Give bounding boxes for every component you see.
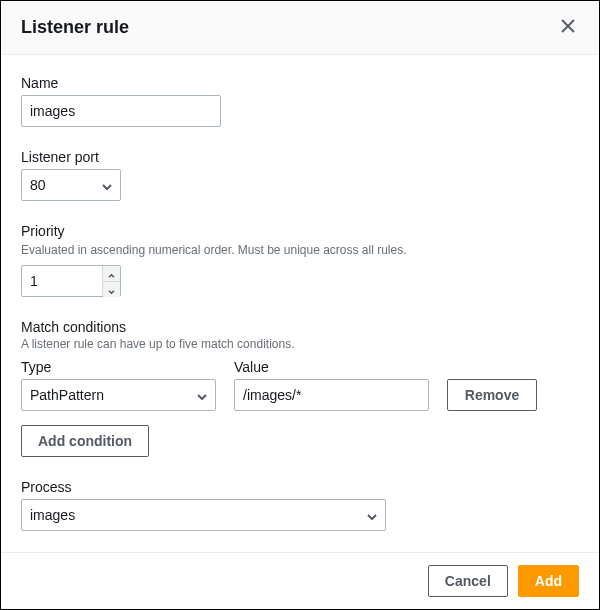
priority-spin	[102, 266, 120, 296]
listener-port-label: Listener port	[21, 149, 579, 165]
priority-step-down[interactable]	[103, 282, 120, 297]
condition-type-value: PathPattern	[30, 387, 104, 403]
chevron-down-icon	[367, 507, 377, 523]
condition-row: Type PathPattern Value Remove	[21, 359, 579, 411]
condition-value-label: Value	[234, 359, 429, 375]
dialog-title: Listener rule	[21, 17, 129, 38]
name-input[interactable]	[21, 95, 221, 127]
close-icon	[561, 19, 575, 36]
listener-port-field: Listener port 80	[21, 149, 579, 201]
process-label: Process	[21, 479, 579, 495]
match-conditions-section: Match conditions A listener rule can hav…	[21, 319, 579, 457]
match-conditions-help: A listener rule can have up to five matc…	[21, 337, 579, 351]
priority-step-up[interactable]	[103, 266, 120, 282]
priority-field: Priority Evaluated in ascending numerica…	[21, 223, 579, 297]
condition-type-label: Type	[21, 359, 216, 375]
chevron-down-icon	[197, 387, 207, 403]
condition-type-col: Type PathPattern	[21, 359, 216, 411]
dialog-content: Name Listener port 80 Priority Evaluated…	[1, 55, 599, 552]
listener-port-value: 80	[30, 177, 46, 193]
listener-port-select[interactable]: 80	[21, 169, 121, 201]
match-conditions-title: Match conditions	[21, 319, 579, 335]
remove-condition-button[interactable]: Remove	[447, 379, 537, 411]
chevron-down-icon	[108, 282, 115, 297]
add-condition-button[interactable]: Add condition	[21, 425, 149, 457]
process-field: Process images	[21, 479, 579, 531]
process-value: images	[30, 507, 75, 523]
condition-value-col: Value	[234, 359, 429, 411]
dialog-header: Listener rule	[1, 1, 599, 55]
condition-remove-col: Remove	[447, 379, 537, 411]
chevron-up-icon	[108, 266, 115, 281]
add-button[interactable]: Add	[518, 565, 579, 597]
process-select[interactable]: images	[21, 499, 386, 531]
dialog-footer: Cancel Add	[1, 552, 599, 609]
priority-help: Evaluated in ascending numerical order. …	[21, 243, 579, 257]
close-button[interactable]	[557, 15, 579, 40]
listener-rule-dialog: Listener rule Name Listener port 80 Prio…	[0, 0, 600, 610]
priority-label: Priority	[21, 223, 579, 239]
priority-stepper	[21, 265, 121, 297]
name-label: Name	[21, 75, 579, 91]
cancel-button[interactable]: Cancel	[428, 565, 508, 597]
name-field: Name	[21, 75, 579, 127]
condition-type-select[interactable]: PathPattern	[21, 379, 216, 411]
condition-value-input[interactable]	[234, 379, 429, 411]
chevron-down-icon	[102, 177, 112, 193]
